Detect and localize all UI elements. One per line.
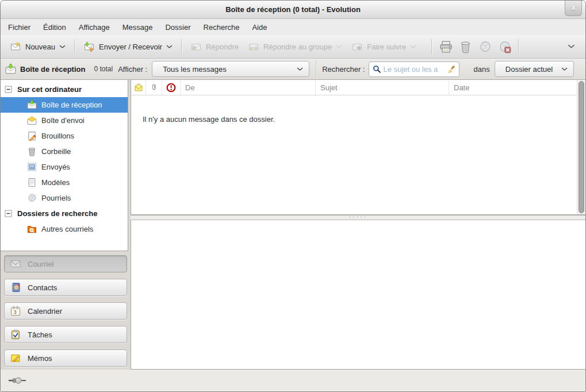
menu-aide[interactable]: Aide — [246, 20, 273, 34]
new-button-label: Nouveau — [25, 43, 55, 51]
switcher-memos-button[interactable]: Mémos — [4, 349, 127, 367]
inbox-icon — [5, 64, 16, 75]
forward-button-label: Faire suivre — [367, 43, 406, 51]
reply-all-icon — [248, 42, 259, 52]
search-icon[interactable] — [373, 65, 381, 74]
clear-search-broom-icon[interactable] — [447, 65, 455, 74]
not-junk-button[interactable] — [495, 37, 514, 56]
current-folder-name: Boîte de réception — [20, 65, 85, 74]
chevron-down-icon — [59, 45, 66, 49]
menu-edition[interactable]: Édition — [37, 20, 72, 34]
close-button[interactable]: × — [565, 1, 582, 16]
switcher-tasks-button[interactable]: Tâches — [4, 326, 127, 343]
toolbar-separator — [431, 39, 432, 54]
important-icon — [166, 83, 176, 93]
chevron-down-icon — [166, 45, 173, 49]
sidebar-item-outbox[interactable]: Boîte d'envoi — [1, 113, 128, 128]
pane-splitter[interactable]: ····· — [131, 215, 586, 220]
junk-button[interactable] — [475, 37, 495, 56]
tree-group-search-folders[interactable]: Dossiers de recherche — [1, 206, 128, 221]
print-icon — [439, 40, 453, 53]
unread-envelope-icon — [134, 83, 143, 92]
delete-button[interactable] — [455, 37, 475, 56]
toolbar-separator — [181, 39, 182, 54]
column-header-from[interactable]: De — [181, 80, 316, 95]
toolbar: Nouveau Envoyer / Recevoir Répondre Répo… — [1, 35, 585, 59]
sidebar-item-label: Modèles — [41, 178, 70, 187]
forward-button[interactable]: Faire suivre — [347, 39, 421, 55]
tasks-icon — [10, 329, 21, 340]
collapse-expander-icon[interactable] — [5, 86, 12, 93]
chevron-down-icon — [297, 67, 303, 71]
sidebar-item-label: Boîte de réception — [41, 101, 102, 109]
sidebar-item-templates[interactable]: Modèles — [1, 175, 128, 190]
message-list: De Sujet Date Il n'y a aucun message dan… — [131, 80, 586, 215]
column-header-date[interactable]: Date — [449, 80, 577, 95]
splitter-handle-dots: ····· — [348, 216, 367, 220]
menu-message[interactable]: Message — [116, 20, 159, 34]
sidebar-item-label: Corbeille — [41, 147, 71, 156]
read-status-column-header[interactable] — [131, 80, 146, 95]
sidebar-item-inbox[interactable]: Boîte de réception — [1, 97, 128, 113]
send-receive-button[interactable]: Envoyer / Recevoir — [79, 39, 177, 55]
switcher-label: Courriel — [28, 260, 54, 268]
view-switcher: Courriel @ Contacts — [4, 255, 127, 373]
reply-button-label: Répondre — [206, 43, 239, 51]
menu-dossier[interactable]: Dossier — [159, 20, 197, 34]
menu-fichier[interactable]: Fichier — [2, 20, 37, 34]
message-count: 0 total — [94, 65, 113, 73]
search-entry[interactable] — [369, 62, 459, 77]
sidebar-item-junk[interactable]: Pourriels — [1, 190, 128, 206]
chevron-down-icon — [568, 44, 575, 49]
switcher-label: Mémos — [28, 354, 52, 363]
folder-bar: Boîte de réception 0 total Afficher : To… — [1, 59, 585, 80]
tree-group-label: Dossiers de recherche — [17, 209, 97, 218]
importance-column-header[interactable] — [162, 80, 181, 95]
online-status-icon[interactable] — [8, 376, 26, 385]
menu-recherche[interactable]: Recherche — [197, 20, 246, 34]
empty-folder-message: Il n'y a aucun message dans ce dossier. — [143, 115, 275, 124]
tree-group-on-this-computer[interactable]: Sur cet ordinateur — [1, 82, 128, 97]
sidebar-item-drafts[interactable]: Brouillons — [1, 128, 128, 144]
tree-group-label: Sur cet ordinateur — [17, 85, 82, 94]
templates-icon — [27, 178, 37, 187]
sidebar-item-label: Autres courriels — [41, 225, 93, 233]
switcher-label: Tâches — [28, 330, 52, 339]
send-receive-icon — [83, 42, 95, 52]
switcher-mail-button[interactable]: Courriel — [4, 255, 127, 272]
chevron-down-icon — [410, 45, 416, 49]
reply-button[interactable]: Répondre — [186, 39, 243, 55]
sidebar-item-trash[interactable]: Corbeille — [1, 144, 128, 159]
print-button[interactable] — [436, 37, 455, 56]
sidebar-item-other-mail[interactable]: Autres courriels — [1, 221, 128, 237]
reply-group-button[interactable]: Répondre au groupe — [243, 39, 347, 55]
collapse-expander-icon[interactable] — [5, 210, 12, 217]
menu-affichage[interactable]: Affichage — [72, 20, 116, 34]
search-scope-dropdown[interactable]: Dossier actuel — [495, 61, 574, 77]
reply-icon — [190, 42, 202, 52]
sidebar-item-sent[interactable]: Envoyés — [1, 159, 128, 175]
outbox-icon — [27, 116, 37, 125]
not-junk-icon — [498, 40, 511, 53]
titlebar[interactable]: Boîte de réception (0 total) - Evolution… — [1, 1, 585, 19]
window-title: Boîte de réception (0 total) - Evolution — [225, 5, 361, 14]
show-filter-dropdown[interactable]: Tous les messages — [152, 61, 309, 77]
chevron-down-icon — [561, 67, 568, 71]
search-label: Rechercher : — [322, 65, 365, 74]
scrollbar-thumb[interactable] — [579, 81, 584, 213]
vertical-scrollbar[interactable] — [577, 80, 585, 214]
toolbar-overflow-button[interactable] — [561, 37, 581, 56]
attachment-column-header[interactable] — [146, 80, 162, 95]
junk-icon — [478, 40, 492, 53]
trash-icon — [459, 40, 472, 53]
mail-icon — [10, 259, 21, 269]
contacts-icon: @ — [10, 282, 21, 293]
new-button[interactable]: Nouveau — [5, 39, 70, 55]
search-input[interactable] — [384, 65, 445, 74]
switcher-contacts-button[interactable]: @ Contacts — [4, 279, 127, 296]
column-header-subject[interactable]: Sujet — [316, 80, 449, 95]
switcher-calendar-button[interactable]: 3 Calendrier — [4, 302, 127, 320]
sidebar-item-label: Brouillons — [41, 132, 74, 140]
search-folder-icon — [27, 224, 37, 234]
send-receive-button-label: Envoyer / Recevoir — [99, 43, 162, 51]
